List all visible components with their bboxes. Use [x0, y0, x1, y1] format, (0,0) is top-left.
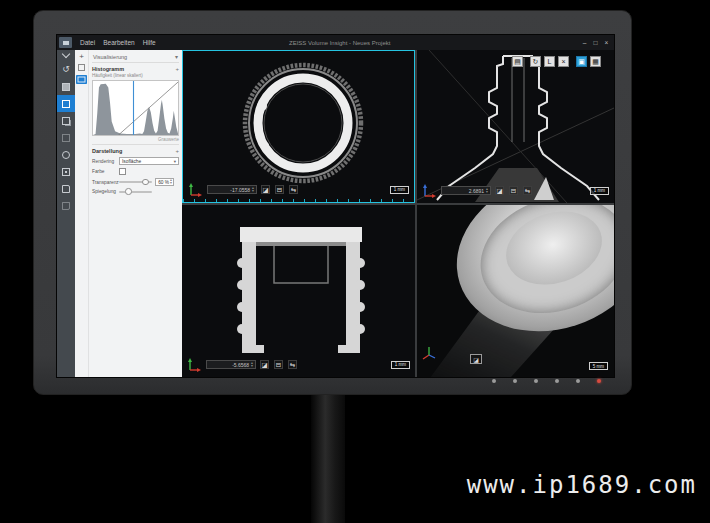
chevron-down-icon: ▾ [174, 159, 176, 164]
ruler-button[interactable]: L [544, 56, 555, 67]
scale-indicator: 1 mm [391, 361, 410, 369]
stack-icon [62, 83, 70, 91]
display-section-title: Darstellung [92, 148, 122, 154]
slice-stack-button[interactable]: ⊟ [274, 360, 283, 369]
view-grid-button[interactable]: ▦ [590, 56, 601, 67]
axis-gizmo-3d-icon [421, 345, 437, 361]
slices-icon: ⊟ [277, 186, 282, 194]
export-icon: ◪ [496, 187, 502, 195]
bottle-neck-xray [417, 50, 614, 203]
toolstrip-item-cube[interactable] [57, 95, 75, 112]
color-label: Farbe [92, 169, 119, 174]
clipboard-icon[interactable] [78, 64, 85, 71]
histogram-subtitle: Häufigkeit (linear skaliert) [92, 73, 179, 78]
cap-section-xray [182, 205, 415, 377]
snapshot-button[interactable]: ▤ [512, 56, 523, 67]
histogram-chart[interactable] [92, 80, 179, 136]
monitor-buttons [492, 379, 601, 383]
mirroring-slider[interactable] [119, 191, 152, 193]
compare-icon: ⇆ [290, 361, 295, 369]
export-slice-button[interactable]: ◪ [495, 186, 504, 195]
snapshot-button[interactable]: ◪ [470, 354, 482, 364]
scene: Datei Bearbeiten Hilfe ZEISS Volume Insi… [0, 0, 710, 523]
toolstrip-item-stack[interactable] [57, 78, 75, 95]
delete-button[interactable]: × [558, 56, 569, 67]
axis-gizmo-icon [187, 357, 202, 372]
report-icon [62, 185, 70, 193]
toolstrip-item-clip[interactable] [57, 129, 75, 146]
slice-position-input[interactable]: 2.6891 ▴▾ [441, 186, 491, 195]
axis-gizmo-icon [422, 183, 437, 198]
viewport-front-slice[interactable]: ▤ ↻ L × ▣ ▦ [417, 50, 614, 203]
slice-stack-button[interactable]: ⊟ [509, 186, 518, 195]
slice-position-input[interactable]: -17.0558 ▴▾ [207, 185, 257, 194]
monitor-button [513, 379, 517, 383]
export-slice-button[interactable]: ◪ [261, 185, 270, 194]
panel-content: Visualisierung ▾ Histogramm + Häufigkeit… [89, 50, 182, 377]
history-icon: ↺ [62, 65, 70, 74]
rendering-label: Rendering [92, 159, 119, 164]
monitor-button [534, 379, 538, 383]
viewport-side-slice[interactable]: -5.6568 ▴▾ ◪ ⊟ ⇆ 1 mm [182, 205, 415, 377]
histogram-xlabel: Grauwerte [92, 137, 179, 142]
power-led [597, 379, 601, 383]
menu-datei[interactable]: Datei [76, 39, 99, 46]
toolstrip-item-history[interactable]: ↺ [57, 61, 75, 78]
compare-button[interactable]: ⇆ [523, 186, 532, 195]
monitor-button [555, 379, 559, 383]
viewport-3d[interactable]: ◪ 5 mm [417, 205, 614, 377]
monitor-button [492, 379, 496, 383]
display-icon[interactable] [76, 75, 87, 84]
minimize-button[interactable]: – [580, 38, 589, 47]
panel-chevron-icon[interactable]: ▾ [175, 53, 178, 60]
viewport-grid: -17.0558 ▴▾ ◪ ⊟ ⇆ 1 mm [182, 50, 614, 377]
transparency-value[interactable]: 60 % ▴▾ [155, 178, 174, 186]
scale-indicator: 5 mm [589, 362, 608, 370]
toolstrip-item-report[interactable] [57, 180, 75, 197]
close-button[interactable]: × [602, 38, 611, 47]
toolstrip-item-layers[interactable] [57, 112, 75, 129]
toolstrip-item-sphere[interactable] [57, 146, 75, 163]
region-icon [62, 168, 70, 176]
transparency-label: Transparenz [92, 180, 119, 185]
watermark: www.ip1689.com [467, 471, 697, 499]
panel-rail: + [75, 50, 89, 377]
histogram-marker [133, 81, 134, 135]
compare-button[interactable]: ⇆ [289, 185, 298, 194]
screen: Datei Bearbeiten Hilfe ZEISS Volume Insi… [56, 34, 615, 378]
histogram-title: Histogramm [92, 66, 124, 72]
monitor-stand [311, 393, 345, 523]
toolstrip-item-export[interactable] [57, 197, 75, 214]
export-icon: ◪ [261, 361, 267, 369]
histogram-expand-icon[interactable]: + [175, 66, 179, 72]
menu-hilfe[interactable]: Hilfe [139, 39, 160, 46]
slice-stack-button[interactable]: ⊟ [275, 185, 284, 194]
mirroring-label: Spiegelung [92, 189, 119, 194]
monitor-button [576, 379, 580, 383]
display-expand-icon[interactable]: + [175, 148, 179, 154]
slice-position-input[interactable]: -5.6568 ▴▾ [206, 360, 256, 369]
transparency-slider[interactable] [119, 181, 152, 183]
menu-bearbeiten[interactable]: Bearbeiten [99, 39, 138, 46]
toolstrip-item-region[interactable] [57, 163, 75, 180]
tool-strip: ↺ [57, 50, 75, 377]
export-slice-button[interactable]: ◪ [260, 360, 269, 369]
color-checkbox[interactable] [119, 168, 126, 175]
view-3d-button[interactable]: ▣ [576, 56, 587, 67]
viewport-top-slice[interactable]: -17.0558 ▴▾ ◪ ⊟ ⇆ 1 mm [182, 50, 415, 203]
compare-button[interactable]: ⇆ [288, 360, 297, 369]
collapse-chevron-icon[interactable] [63, 50, 69, 61]
side-panel: + Visualisierung ▾ Histogramm + [75, 50, 182, 377]
title-bar: Datei Bearbeiten Hilfe ZEISS Volume Insi… [57, 35, 614, 50]
slices-icon: ⊟ [511, 187, 516, 195]
layers-icon [62, 117, 70, 125]
maximize-button[interactable]: □ [591, 38, 600, 47]
window-controls: – □ × [580, 38, 614, 47]
window-title: ZEISS Volume Insight - Neues Projekt [289, 35, 390, 50]
rendering-dropdown[interactable]: Isofläche ▾ [119, 157, 179, 165]
rotate-button[interactable]: ↻ [530, 56, 541, 67]
compare-icon: ⇆ [525, 187, 530, 195]
compare-icon: ⇆ [291, 186, 296, 194]
add-icon[interactable]: + [79, 53, 84, 60]
cube-icon [62, 100, 70, 108]
